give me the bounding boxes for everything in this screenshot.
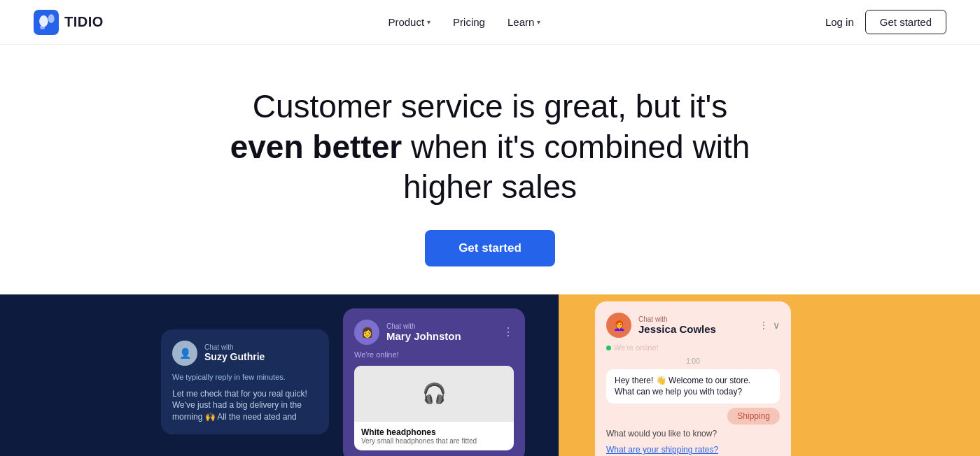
product-desc: Very small headphones that are fitted [361, 437, 507, 445]
nav-learn[interactable]: Learn ▾ [507, 16, 540, 28]
navbar: TIDIO Product ▾ Pricing Learn ▾ Log in G… [0, 0, 980, 45]
get-started-hero-button[interactable]: Get started [425, 230, 555, 266]
hero-headline: Customer service is great, but it's even… [217, 87, 763, 208]
nav-right: Log in Get started [825, 10, 946, 34]
product-chevron-icon: ▾ [427, 18, 430, 26]
card-suzy-status: We typically reply in few minutes. [172, 373, 318, 381]
card-mary-chat-with: Chat with [386, 322, 461, 330]
headline-bold: even better [230, 129, 402, 165]
logo-text: TIDIO [64, 14, 104, 30]
nav-center: Product ▾ Pricing Learn ▾ [388, 16, 540, 28]
card-jessica-name: Jessica Cowles [638, 323, 716, 335]
headline-part2: when it's combined with higher sales [402, 129, 750, 206]
chat-card-jessica: 👩‍🦰 Chat with Jessica Cowles ⋮ ∨ We're o… [595, 301, 791, 457]
card-suzy-name: Suzy Guthrie [204, 351, 265, 362]
card-suzy-message: Let me check that for you real quick! We… [172, 388, 318, 423]
card-mary-name: Mary Johnston [386, 330, 461, 342]
headline-part1: Customer service is great, but it's [253, 88, 728, 124]
chat-card-mary: 👩 Chat with Mary Johnston ⋮ We're online… [343, 308, 525, 457]
card-jessica-chat-with: Chat with [638, 315, 716, 323]
product-title: White headphones [361, 427, 507, 437]
get-started-nav-button[interactable]: Get started [865, 10, 946, 34]
more-options-icon[interactable]: ⋮ [759, 320, 769, 331]
nav-pricing[interactable]: Pricing [453, 16, 485, 28]
logo-link[interactable]: TIDIO [34, 10, 104, 35]
card-mary-status: We're online! [354, 350, 514, 359]
avatar-mary: 👩 [354, 320, 379, 345]
card-mary-menu-icon[interactable]: ⋮ [503, 325, 514, 339]
nav-product[interactable]: Product ▾ [388, 16, 430, 28]
avatar-jessica: 👩‍🦰 [606, 313, 631, 338]
shipping-rates-link[interactable]: What are your shipping rates? [606, 445, 718, 455]
tidio-logo-icon [34, 10, 59, 35]
svg-point-3 [40, 25, 45, 29]
card-jessica-status: We're online! [606, 343, 780, 352]
chat-card-suzy: 👤 Chat with Suzy Guthrie We typically re… [161, 329, 329, 434]
avatar-suzy: 👤 [172, 341, 197, 366]
product-image: 🎧 [354, 366, 514, 422]
svg-point-2 [48, 14, 55, 23]
shipping-tag[interactable]: Shipping [727, 408, 780, 425]
card-suzy-chat-with: Chat with [204, 343, 265, 351]
time-badge: 1:00 [606, 357, 780, 365]
chat-cards-wrapper: 👤 Chat with Suzy Guthrie We typically re… [0, 294, 980, 457]
welcome-message-bubble: Hey there! 👋 Welcome to our store. What … [606, 369, 780, 404]
svg-point-1 [39, 15, 48, 27]
question-text: What would you like to know? [606, 429, 780, 439]
login-button[interactable]: Log in [825, 16, 854, 28]
product-card-mary: 🎧 White headphones Very small headphones… [354, 366, 514, 450]
preview-section: 👤 Chat with Suzy Guthrie We typically re… [0, 294, 980, 457]
collapse-icon[interactable]: ∨ [773, 320, 780, 331]
learn-chevron-icon: ▾ [537, 18, 540, 26]
hero-section: Customer service is great, but it's even… [0, 45, 980, 294]
